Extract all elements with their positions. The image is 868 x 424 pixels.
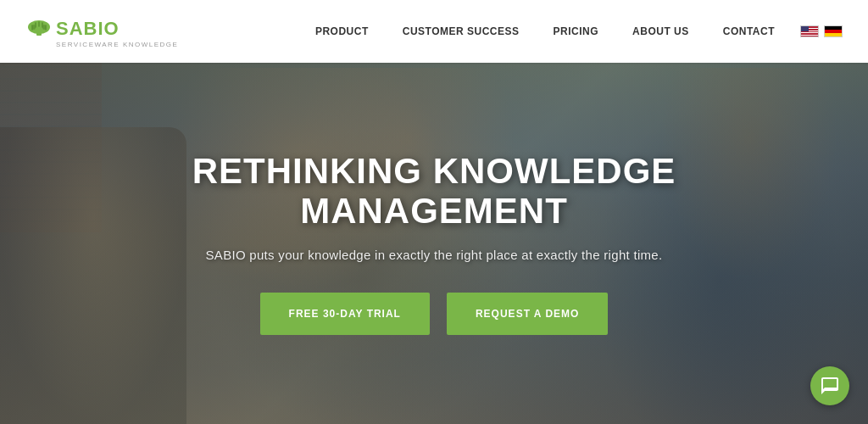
hero-subtitle: SABIO puts your knowledge in exactly the… bbox=[129, 248, 739, 262]
logo-tagline: SERVICEWARE KNOWLEDGE bbox=[56, 41, 178, 48]
sabio-logo-icon bbox=[25, 15, 53, 42]
chat-icon bbox=[820, 376, 840, 396]
hero-title: RETHINKING KNOWLEDGE MANAGEMENT bbox=[129, 152, 739, 230]
logo-name: SABIO bbox=[56, 18, 120, 40]
nav-item-contact[interactable]: CONTACT bbox=[706, 0, 792, 63]
flag-de[interactable] bbox=[824, 25, 843, 37]
nav-item-about-us[interactable]: ABOUT US bbox=[615, 0, 706, 63]
hero-content: RETHINKING KNOWLEDGE MANAGEMENT SABIO pu… bbox=[95, 152, 773, 334]
main-nav: PRODUCT CUSTOMER SUCCESS PRICING ABOUT U… bbox=[298, 0, 843, 63]
chat-bubble-button[interactable] bbox=[810, 366, 849, 405]
flag-us[interactable] bbox=[800, 25, 819, 37]
hero-section: RETHINKING KNOWLEDGE MANAGEMENT SABIO pu… bbox=[0, 63, 868, 424]
nav-item-pricing[interactable]: PRICING bbox=[537, 0, 616, 63]
logo-area: SABIO SERVICEWARE KNOWLEDGE bbox=[25, 15, 178, 48]
logo-text: SABIO bbox=[25, 15, 120, 42]
header: SABIO SERVICEWARE KNOWLEDGE PRODUCT CUST… bbox=[0, 0, 868, 63]
nav-item-customer-success[interactable]: CUSTOMER SUCCESS bbox=[386, 0, 537, 63]
hero-buttons: FREE 30-DAY TRIAL REQUEST A DEMO bbox=[129, 293, 739, 335]
free-trial-button[interactable]: FREE 30-DAY TRIAL bbox=[260, 293, 430, 335]
language-flags bbox=[800, 25, 843, 37]
request-demo-button[interactable]: REQUEST A DEMO bbox=[447, 293, 608, 335]
nav-item-product[interactable]: PRODUCT bbox=[298, 0, 386, 63]
svg-rect-1 bbox=[36, 27, 42, 36]
